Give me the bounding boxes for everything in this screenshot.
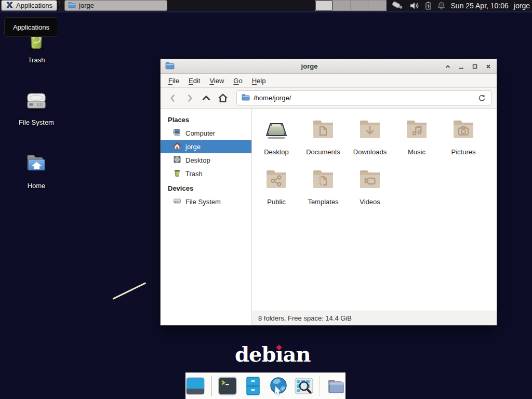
home-folder-icon xyxy=(24,152,49,179)
folder-icon xyxy=(68,2,76,10)
workspace-1[interactable] xyxy=(315,1,332,10)
panel-username[interactable]: jorge xyxy=(514,2,530,10)
file-item-label: Public xyxy=(267,198,285,206)
desktop-icon-home[interactable]: Home xyxy=(11,152,61,190)
sidebar-item-label: Desktop xyxy=(185,156,210,164)
menu-help[interactable]: Help xyxy=(247,74,271,87)
desktop-icon-label: Home xyxy=(28,182,46,190)
desktop-workspace-icon xyxy=(264,117,289,144)
workspace-2[interactable] xyxy=(332,1,350,10)
places-header: Places xyxy=(161,113,251,126)
xfce-logo-icon xyxy=(6,1,14,10)
sidebar-item-label: Trash xyxy=(185,170,203,178)
file-view: Desktop Documents xyxy=(252,109,497,325)
sidebar-item-desktop[interactable]: Desktop xyxy=(161,153,251,167)
debian-logo-i: ı xyxy=(275,342,283,366)
menubar: File Edit View Go Help xyxy=(161,74,497,88)
maximize-button[interactable] xyxy=(471,63,478,70)
sidebar-item-file-system[interactable]: File System xyxy=(161,195,251,208)
statusbar: 8 folders, Free space: 14.4 GiB xyxy=(252,311,497,325)
back-button[interactable] xyxy=(166,90,180,106)
file-item-label: Desktop xyxy=(264,148,289,156)
workspace-3[interactable] xyxy=(350,1,368,10)
web-browser-button[interactable] xyxy=(269,376,288,396)
show-desktop-button[interactable] xyxy=(185,376,205,396)
statusbar-text: 8 folders, Free space: 14.4 GiB xyxy=(258,314,352,322)
applications-menu-button[interactable]: Applications xyxy=(1,0,57,11)
dock xyxy=(185,373,345,399)
desktop-mini-icon xyxy=(173,155,181,165)
menu-file[interactable]: File xyxy=(164,74,184,87)
panel-grip[interactable] xyxy=(59,2,62,9)
window-folder-icon xyxy=(165,61,175,72)
sidebar-item-jorge[interactable]: jorge xyxy=(161,140,251,153)
desktop-icon-label: File System xyxy=(19,118,54,126)
folder-icon-pictures xyxy=(451,117,476,144)
panel-clock[interactable]: Sun 25 Apr, 10:06 xyxy=(451,2,509,10)
file-item-templates[interactable]: Templates xyxy=(300,167,347,217)
window-titlebar[interactable]: jorge xyxy=(161,59,497,74)
file-item-public[interactable]: Public xyxy=(253,167,300,217)
sidebar-item-label: Computer xyxy=(185,129,215,137)
path-bar[interactable]: /home/jorge/ xyxy=(236,90,491,105)
minimize-button[interactable] xyxy=(458,63,465,70)
file-manager-window: jorge File Edit View Go Help /home/jorge… xyxy=(160,59,497,326)
file-item-desktop[interactable]: Desktop xyxy=(253,117,300,167)
workspace-4[interactable] xyxy=(368,1,385,10)
toolbar: /home/jorge/ xyxy=(161,88,497,109)
sidebar: Places Computer jorge Desktop xyxy=(161,109,252,325)
home-icon xyxy=(173,142,181,152)
folder-icon-videos xyxy=(357,167,382,194)
sidebar-item-trash[interactable]: Trash xyxy=(161,167,251,180)
home-button[interactable] xyxy=(216,90,230,106)
close-button[interactable] xyxy=(485,63,492,70)
debian-logo-text: deb xyxy=(235,342,275,366)
applications-tooltip-text: Applications xyxy=(13,23,49,31)
file-grid: Desktop Documents xyxy=(252,109,497,311)
terminal-button[interactable] xyxy=(218,376,237,396)
file-item-label: Downloads xyxy=(353,148,387,156)
dock-separator xyxy=(320,376,321,396)
taskbar-window-button[interactable]: jorge xyxy=(64,0,167,11)
up-button[interactable] xyxy=(199,90,214,106)
menu-view[interactable]: View xyxy=(205,74,229,87)
forward-button[interactable] xyxy=(182,90,197,106)
app-finder-button[interactable] xyxy=(294,376,314,396)
volume-tray-icon[interactable] xyxy=(409,2,420,10)
folder-icon-music xyxy=(404,117,429,144)
file-manager-button[interactable] xyxy=(326,376,345,396)
menu-go[interactable]: Go xyxy=(229,74,247,87)
file-item-documents[interactable]: Documents xyxy=(300,117,347,167)
applications-tooltip: Applications xyxy=(4,17,58,37)
window-title: jorge xyxy=(179,62,440,70)
folder-icon-templates xyxy=(311,167,336,194)
path-text: /home/jorge/ xyxy=(254,94,291,102)
debian-logo: debıan xyxy=(235,342,302,366)
workspace-pager xyxy=(315,0,387,11)
file-item-label: Pictures xyxy=(451,148,476,156)
desktop-icon-file-system[interactable]: File System xyxy=(11,88,61,126)
file-cabinet-button[interactable] xyxy=(243,376,263,396)
file-item-label: Music xyxy=(408,148,425,156)
hard-drive-icon xyxy=(24,88,49,115)
debian-logo-text-end: an xyxy=(283,342,311,366)
menu-edit[interactable]: Edit xyxy=(184,74,205,87)
battery-tray-icon[interactable] xyxy=(425,1,432,10)
file-item-music[interactable]: Music xyxy=(393,117,440,167)
folder-icon-downloads xyxy=(357,117,382,144)
sidebar-item-computer[interactable]: Computer xyxy=(161,126,251,140)
shade-button[interactable] xyxy=(444,63,451,70)
computer-icon xyxy=(173,128,181,138)
folder-icon-documents xyxy=(311,117,336,144)
tray-utility-icon[interactable] xyxy=(392,1,404,10)
sidebar-item-label: File System xyxy=(185,198,221,206)
file-item-downloads[interactable]: Downloads xyxy=(347,117,393,167)
path-folder-icon xyxy=(242,94,250,102)
file-item-pictures[interactable]: Pictures xyxy=(440,117,487,167)
file-item-videos[interactable]: Videos xyxy=(347,167,393,217)
notifications-bell-icon[interactable] xyxy=(437,1,446,10)
reload-button[interactable] xyxy=(477,94,486,102)
folder-icon-public xyxy=(264,167,289,194)
taskbar-window-label: jorge xyxy=(79,2,94,9)
scratch-line xyxy=(112,282,146,300)
